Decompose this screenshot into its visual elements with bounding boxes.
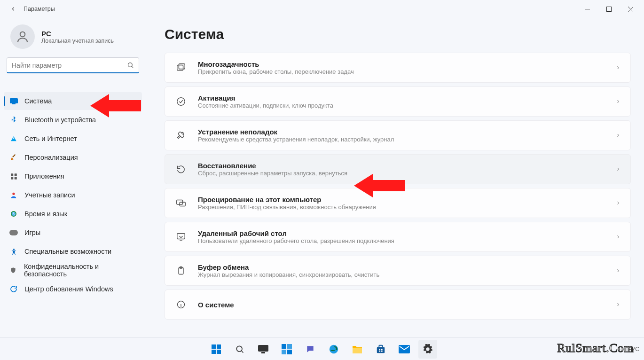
svg-rect-41	[379, 349, 380, 350]
sidebar-item-apps[interactable]: Приложения	[4, 167, 142, 185]
row-title: Многозадачность	[198, 60, 605, 68]
sidebar-item-privacy[interactable]: Конфиденциальность и безопасность	[4, 261, 142, 279]
row-subtitle: Пользователи удаленного рабочего стола, …	[198, 237, 605, 244]
taskbar-search[interactable]	[230, 340, 249, 359]
projecting-icon	[174, 198, 188, 208]
svg-rect-9	[14, 173, 16, 176]
svg-point-12	[12, 193, 15, 195]
sidebar-nav: Система Bluetooth и устройства Сеть и Ин…	[4, 92, 142, 298]
about-icon	[174, 300, 188, 309]
chevron-right-icon	[615, 302, 621, 307]
remote-icon	[174, 232, 188, 242]
search-field[interactable]	[12, 62, 127, 69]
svg-rect-5	[12, 103, 16, 104]
svg-rect-43	[379, 350, 380, 352]
back-button[interactable]	[7, 2, 20, 16]
svg-rect-34	[287, 344, 292, 349]
taskbar-settings[interactable]	[418, 340, 437, 359]
sidebar: PC Локальная учетная запись Система Blue…	[0, 18, 146, 337]
taskbar-store[interactable]	[371, 340, 390, 359]
row-activation[interactable]: АктивацияСостояние активации, подписки, …	[165, 86, 631, 117]
sidebar-item-system[interactable]: Система	[4, 92, 142, 110]
row-troubleshoot[interactable]: Устранение неполадокРекомендуемые средст…	[165, 120, 631, 150]
sidebar-item-label: Персонализация	[24, 154, 78, 161]
svg-rect-32	[261, 352, 265, 353]
sidebar-item-label: Система	[24, 97, 52, 105]
profile-block[interactable]: PC Локальная учетная запись	[4, 20, 142, 57]
sidebar-item-label: Приложения	[24, 172, 64, 180]
sidebar-item-network[interactable]: Сеть и Интернет	[4, 130, 142, 148]
mail-icon	[399, 345, 410, 353]
svg-rect-29	[217, 350, 221, 354]
titlebar: Параметры	[0, 0, 644, 18]
chevron-right-icon	[615, 65, 621, 70]
edge-icon	[329, 344, 339, 354]
settings-list: МногозадачностьПрикрепить окна, рабочие …	[165, 53, 631, 320]
store-icon	[376, 344, 386, 354]
svg-point-2	[20, 32, 25, 37]
update-icon	[9, 285, 18, 293]
taskbar-chat[interactable]	[301, 340, 320, 359]
svg-rect-7	[12, 154, 16, 157]
apps-icon	[9, 172, 18, 180]
row-about[interactable]: О системе	[165, 290, 631, 320]
svg-point-19	[177, 98, 185, 106]
accessibility-icon	[9, 247, 18, 256]
svg-rect-36	[287, 350, 292, 354]
row-subtitle: Журнал вырезания и копирования, синхрони…	[198, 271, 605, 278]
user-icon	[16, 30, 30, 44]
profile-name: PC	[41, 30, 114, 38]
row-subtitle: Прикрепить окна, рабочие столы, переключ…	[198, 68, 605, 75]
sidebar-item-gaming[interactable]: Игры	[4, 224, 142, 242]
chevron-right-icon	[615, 200, 621, 206]
widgets-icon	[282, 344, 292, 354]
gear-icon	[423, 344, 433, 354]
row-title: Восстановление	[198, 162, 605, 170]
minimize-button[interactable]	[576, 1, 598, 16]
svg-rect-11	[14, 177, 16, 179]
troubleshoot-icon	[174, 130, 188, 141]
svg-rect-42	[381, 349, 383, 350]
row-multitasking[interactable]: МногозадачностьПрикрепить окна, рабочие …	[165, 53, 631, 83]
row-title: Буфер обмена	[198, 263, 605, 271]
sidebar-item-personalization[interactable]: Персонализация	[4, 149, 142, 166]
taskbar-widgets[interactable]	[277, 340, 296, 359]
maximize-icon	[606, 7, 612, 12]
taskbar-taskview[interactable]	[254, 340, 273, 359]
accounts-icon	[9, 191, 18, 199]
page-title: Система	[165, 26, 631, 42]
close-icon	[628, 7, 633, 12]
sidebar-item-accounts[interactable]: Учетные записи	[4, 186, 142, 204]
sidebar-item-bluetooth[interactable]: Bluetooth и устройства	[4, 111, 142, 129]
row-projecting[interactable]: Проецирование на этот компьютерРазрешени…	[165, 188, 631, 218]
chevron-right-icon	[615, 133, 621, 138]
sidebar-item-update[interactable]: Центр обновления Windows	[4, 280, 142, 298]
row-remote[interactable]: Удаленный рабочий столПользователи удале…	[165, 222, 631, 252]
start-button[interactable]	[207, 340, 226, 359]
sidebar-item-label: Bluetooth и устройства	[24, 116, 96, 124]
svg-rect-8	[11, 173, 13, 176]
clipboard-icon	[174, 266, 188, 276]
search-input[interactable]	[7, 57, 139, 73]
svg-rect-18	[179, 64, 185, 69]
bluetooth-icon	[9, 116, 18, 124]
taskbar-edge[interactable]	[324, 340, 343, 359]
svg-rect-38	[353, 348, 362, 353]
taskbar-mail[interactable]	[395, 340, 414, 359]
sidebar-item-label: Конфиденциальность и безопасность	[24, 263, 136, 278]
row-clipboard[interactable]: Буфер обменаЖурнал вырезания и копирован…	[165, 256, 631, 286]
sidebar-item-label: Игры	[24, 229, 40, 236]
row-title: Проецирование на этот компьютер	[198, 196, 605, 203]
maximize-button[interactable]	[598, 1, 620, 16]
sidebar-item-time[interactable]: Время и язык	[4, 205, 142, 223]
sidebar-item-accessibility[interactable]: Специальные возможности	[4, 243, 142, 260]
row-recovery[interactable]: ВосстановлениеСброс, расширенные парамет…	[165, 154, 631, 184]
svg-rect-17	[177, 65, 183, 70]
recovery-icon	[174, 164, 188, 174]
close-button[interactable]	[620, 1, 641, 16]
svg-rect-4	[10, 98, 18, 103]
taskbar-explorer[interactable]	[348, 340, 367, 359]
sidebar-item-label: Учетные записи	[24, 191, 75, 199]
search-icon	[235, 344, 244, 354]
svg-rect-15	[9, 230, 18, 235]
